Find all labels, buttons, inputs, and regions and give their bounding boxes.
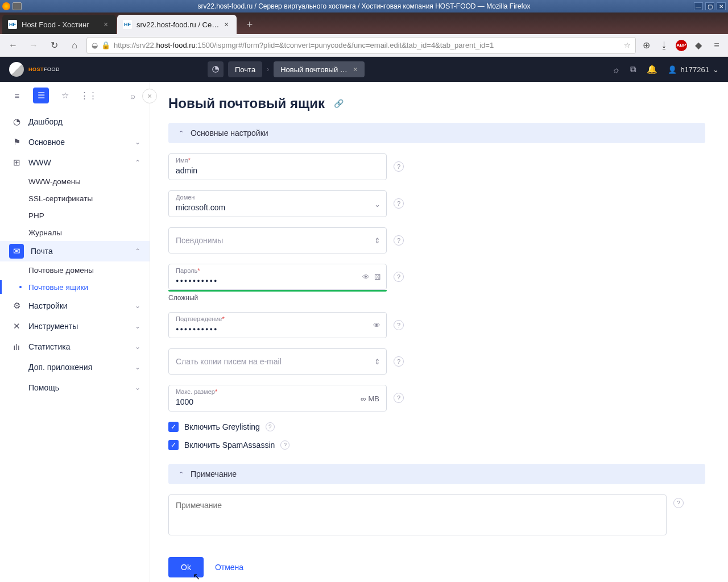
- checkbox-greylisting[interactable]: ✓ Включить Greylisting ?: [168, 422, 705, 432]
- downloads-icon[interactable]: ⭳: [657, 39, 671, 52]
- generate-icon[interactable]: ⚄: [374, 273, 380, 281]
- nav-ssl[interactable]: SSL-сертификаты: [0, 190, 150, 207]
- nav-tools[interactable]: ✕ Инструменты ⌄: [0, 316, 150, 336]
- nav-mail-domains[interactable]: Почтовые домены: [0, 261, 150, 278]
- field-label: Пароль*: [176, 267, 200, 274]
- reload-button[interactable]: ↻: [46, 37, 63, 54]
- confirm-field[interactable]: Подтверждение* ●●●●●●●●●● 👁: [168, 312, 387, 338]
- nav-stats[interactable]: ılı Статистика ⌄: [0, 336, 150, 357]
- maximize-button[interactable]: ▢: [705, 2, 714, 10]
- breadcrumb-current[interactable]: Новый почтовый … ×: [274, 61, 365, 77]
- help-icon[interactable]: ?: [394, 235, 404, 246]
- menu-button[interactable]: ≡: [710, 39, 723, 52]
- ok-label: Ok: [181, 563, 191, 572]
- nav-addons[interactable]: Доп. приложения ⌄: [0, 357, 150, 377]
- note-textarea[interactable]: [168, 494, 667, 535]
- breadcrumb-home-icon[interactable]: [208, 61, 224, 77]
- menu-icon[interactable]: ≡: [9, 88, 25, 103]
- confirm-value: ●●●●●●●●●●: [176, 322, 379, 332]
- os-left-icons: [2, 2, 22, 10]
- layout-icon[interactable]: ⧉: [630, 64, 636, 74]
- star-icon[interactable]: ☆: [57, 88, 73, 103]
- logo[interactable]: HOSTFOOD: [9, 62, 60, 77]
- bell-icon[interactable]: 🔔: [647, 64, 657, 74]
- main: ≡ ☰ ☆ ⋮⋮ ⌕ ◔ Дашборд ⚑ Основное ⌄ ⊞ WWW: [0, 82, 728, 582]
- help-icon[interactable]: ?: [394, 393, 404, 403]
- chevron-down-icon[interactable]: ⌄: [374, 199, 380, 208]
- browser-tabstrip: HF Host Food - Хостинг × HF srv22.host-f…: [0, 13, 728, 34]
- section-main-settings[interactable]: ⌃ Основные настройки: [168, 123, 705, 143]
- abp-icon[interactable]: ABP: [676, 40, 687, 51]
- infinity-icon[interactable]: ∞: [361, 394, 366, 402]
- browser-tab-1[interactable]: HF Host Food - Хостинг ×: [2, 15, 116, 34]
- extension-icon[interactable]: ◆: [692, 39, 705, 52]
- field-row-maxsize: Макс. размер* ∞ MB ?: [168, 385, 705, 411]
- sidebar: ≡ ☰ ☆ ⋮⋮ ⌕ ◔ Дашборд ⚑ Основное ⌄ ⊞ WWW: [0, 82, 150, 582]
- theme-icon[interactable]: ☼: [613, 65, 621, 74]
- domain-field[interactable]: Домен microsoft.com ⌄: [168, 190, 387, 217]
- name-input[interactable]: [176, 162, 379, 175]
- nav-settings[interactable]: ⚙ Настройки ⌄: [0, 296, 150, 316]
- nav-php[interactable]: PHP: [0, 207, 150, 224]
- domain-value: microsoft.com: [176, 199, 379, 212]
- help-icon[interactable]: ?: [394, 161, 404, 172]
- nav-main[interactable]: ⚑ Основное ⌄: [0, 132, 150, 152]
- eye-icon[interactable]: 👁: [373, 321, 380, 330]
- checkbox-spamassassin[interactable]: ✓ Включить SpamAssassin ?: [168, 440, 705, 450]
- nav-label: Помощь: [28, 383, 128, 392]
- cancel-button[interactable]: Отмена: [215, 563, 243, 572]
- expand-icon[interactable]: ⇕: [374, 357, 380, 366]
- nav-mail[interactable]: ✉ Почта ⌃: [0, 241, 150, 261]
- user-menu[interactable]: 👤 h177261 ⌄: [668, 65, 719, 74]
- checkbox-checked-icon[interactable]: ✓: [168, 422, 179, 432]
- tab-close-button[interactable]: ×: [222, 20, 231, 29]
- checkbox-checked-icon[interactable]: ✓: [168, 440, 179, 450]
- nav-label: Дашборд: [28, 117, 140, 126]
- forward-field[interactable]: Слать копии писем на e-mail ⇕: [168, 348, 387, 375]
- maxsize-input[interactable]: [176, 393, 379, 406]
- help-icon[interactable]: ?: [280, 440, 289, 450]
- minimize-button[interactable]: —: [694, 2, 703, 10]
- name-field[interactable]: Имя*: [168, 153, 387, 180]
- nav-mail-boxes[interactable]: Почтовые ящики: [0, 278, 150, 296]
- ok-button[interactable]: Ok ↖: [168, 557, 204, 577]
- label-text: Подтверждение: [176, 315, 222, 322]
- nav-www-domains[interactable]: WWW-домены: [0, 173, 150, 190]
- help-icon[interactable]: ?: [673, 498, 684, 508]
- search-icon[interactable]: ⌕: [125, 88, 140, 103]
- url-host: host-food.ru: [156, 41, 195, 49]
- password-field[interactable]: Пароль* ●●●●●●●●●● 👁 ⚄: [168, 264, 387, 290]
- eye-icon[interactable]: 👁: [362, 273, 370, 281]
- nav-dashboard[interactable]: ◔ Дашборд: [0, 111, 150, 132]
- maxsize-field[interactable]: Макс. размер* ∞ MB: [168, 385, 387, 411]
- help-icon[interactable]: ?: [394, 356, 404, 367]
- close-panel-button[interactable]: ×: [142, 89, 157, 103]
- tab-close-button[interactable]: ×: [101, 20, 110, 29]
- forward-button[interactable]: →: [25, 37, 42, 54]
- help-icon[interactable]: ?: [266, 422, 275, 431]
- help-icon[interactable]: ?: [394, 272, 404, 282]
- nav-www[interactable]: ⊞ WWW ⌃: [0, 152, 150, 173]
- nav-help[interactable]: Помощь ⌄: [0, 377, 150, 398]
- browser-tab-2[interactable]: HF srv22.host-food.ru / Сервер… ×: [117, 15, 237, 34]
- url-bar[interactable]: ◒ 🔒 https://srv22.host-food.ru:1500/ispm…: [86, 37, 636, 54]
- help-icon[interactable]: ?: [394, 198, 404, 209]
- nav-logs[interactable]: Журналы: [0, 224, 150, 241]
- breadcrumb-mail[interactable]: Почта: [228, 61, 262, 77]
- pocket-icon[interactable]: ⊕: [639, 39, 653, 52]
- back-button[interactable]: ←: [5, 37, 22, 54]
- aliases-field[interactable]: Псевдонимы ⇕: [168, 227, 387, 253]
- help-icon[interactable]: ?: [394, 320, 404, 330]
- home-button[interactable]: ⌂: [66, 37, 83, 54]
- list-icon[interactable]: ☰: [33, 88, 49, 103]
- bookmark-star-icon[interactable]: ☆: [624, 41, 631, 49]
- expand-icon[interactable]: ⇕: [374, 236, 380, 245]
- footsteps-icon[interactable]: ⋮⋮: [81, 88, 97, 103]
- section-note[interactable]: ⌃ Примечание: [168, 464, 705, 484]
- nav-sub-label: Журналы: [28, 228, 62, 237]
- breadcrumb-label: Почта: [235, 65, 255, 74]
- breadcrumb-close-icon[interactable]: ×: [353, 65, 358, 74]
- close-window-button[interactable]: ✕: [717, 2, 726, 10]
- link-icon[interactable]: 🔗: [334, 99, 344, 108]
- new-tab-button[interactable]: +: [240, 16, 259, 33]
